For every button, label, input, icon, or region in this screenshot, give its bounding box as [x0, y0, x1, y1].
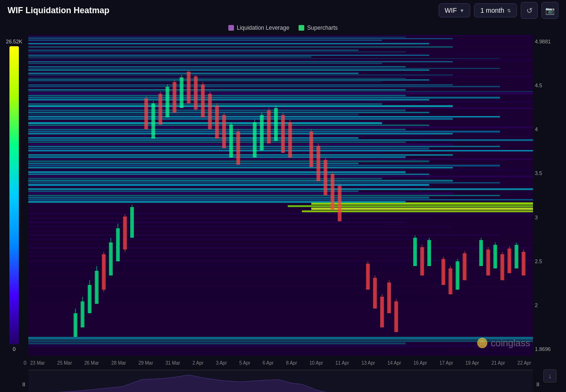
- price-label-4-5: 4.5: [535, 83, 564, 88]
- svg-rect-32: [28, 86, 500, 87]
- svg-rect-137: [28, 345, 533, 347]
- svg-rect-230: [456, 261, 459, 290]
- svg-rect-134: [28, 337, 533, 340]
- svg-rect-57: [28, 137, 358, 139]
- time-selector[interactable]: 1 month ⇅: [474, 3, 517, 17]
- svg-rect-68: [28, 160, 429, 162]
- svg-rect-142: [74, 313, 77, 337]
- x-label-10apr: 10 Apr: [309, 360, 323, 366]
- mini-chart[interactable]: [28, 370, 533, 392]
- legend-dot-supercharts: [299, 25, 304, 31]
- refresh-button[interactable]: ↺: [521, 2, 538, 19]
- svg-rect-204: [324, 160, 327, 195]
- svg-rect-144: [81, 301, 84, 327]
- svg-rect-31: [28, 84, 453, 85]
- svg-rect-190: [260, 115, 264, 150]
- svg-rect-232: [463, 253, 466, 280]
- svg-rect-101: [28, 232, 429, 234]
- svg-rect-140: [28, 352, 533, 356]
- x-label-26mar: 26 Mar: [84, 360, 99, 366]
- svg-rect-17: [28, 61, 453, 62]
- page-header: WIF Liquidation Heatmap WIF ▼ 1 month ⇅ …: [0, 0, 566, 21]
- svg-rect-184: [229, 125, 233, 158]
- svg-rect-73: [288, 205, 533, 207]
- svg-rect-89: [28, 197, 429, 199]
- svg-rect-78: [28, 174, 429, 175]
- svg-rect-194: [274, 108, 278, 141]
- svg-rect-160: [144, 99, 148, 129]
- svg-rect-36: [28, 92, 533, 94]
- heatmap-chart[interactable]: 🪙 coinglass: [28, 35, 533, 356]
- price-label-bottom: 1.8696: [535, 346, 564, 352]
- x-label-17apr: 17 Apr: [440, 360, 453, 366]
- svg-rect-62: [28, 148, 429, 150]
- svg-rect-92: [28, 213, 533, 215]
- svg-rect-212: [373, 278, 377, 309]
- svg-rect-50: [28, 122, 382, 124]
- camera-button[interactable]: 📷: [541, 2, 558, 19]
- svg-rect-35: [28, 91, 533, 92]
- svg-rect-218: [394, 301, 398, 332]
- svg-rect-2: [28, 37, 406, 38]
- svg-rect-154: [116, 228, 120, 261]
- svg-rect-29: [28, 81, 382, 82]
- svg-rect-126: [28, 285, 406, 286]
- x-label-25mar: 25 Mar: [57, 360, 72, 366]
- svg-rect-79: [28, 175, 533, 177]
- x-label-6apr: 6 Apr: [263, 360, 274, 366]
- svg-rect-4: [28, 40, 382, 41]
- svg-rect-96: [28, 222, 406, 223]
- asset-selector[interactable]: WIF ▼: [439, 3, 471, 17]
- svg-rect-30: [28, 83, 533, 84]
- price-label-2: 2: [535, 302, 564, 308]
- svg-rect-49: [28, 120, 533, 122]
- svg-rect-41: [28, 103, 382, 105]
- svg-rect-180: [215, 106, 219, 139]
- svg-rect-59: [28, 142, 406, 143]
- svg-rect-106: [28, 243, 358, 244]
- svg-rect-118: [28, 268, 406, 269]
- svg-rect-81: [28, 180, 453, 182]
- scale-top-label: 26.52K: [6, 39, 23, 44]
- svg-rect-228: [449, 268, 452, 294]
- svg-rect-238: [493, 245, 497, 268]
- scroll-to-bottom-button[interactable]: ↓: [543, 369, 557, 383]
- svg-rect-242: [508, 249, 511, 273]
- svg-rect-13: [28, 55, 429, 56]
- svg-rect-64: [28, 152, 382, 154]
- svg-rect-9: [28, 48, 533, 49]
- svg-rect-131: [28, 295, 500, 297]
- svg-rect-103: [28, 236, 453, 238]
- svg-rect-74: [311, 208, 533, 210]
- price-label-3: 3: [535, 215, 564, 220]
- svg-rect-164: [158, 94, 162, 125]
- svg-rect-77: [28, 171, 406, 173]
- x-axis-row: 0 23 Mar 25 Mar 26 Mar 28 Mar 29 Mar 31 …: [0, 356, 566, 370]
- chevron-down-icon: ▼: [460, 8, 465, 13]
- svg-rect-234: [479, 240, 483, 266]
- price-label-3-5: 3.5: [535, 170, 564, 176]
- svg-rect-28: [28, 79, 429, 81]
- legend-dot-liquidation: [228, 25, 234, 31]
- svg-rect-16: [28, 59, 533, 61]
- svg-rect-108: [28, 247, 533, 249]
- svg-rect-216: [387, 283, 391, 313]
- time-value: 1 month: [480, 7, 504, 14]
- x-label-23mar: 23 Mar: [30, 360, 45, 366]
- svg-rect-119: [28, 270, 453, 272]
- svg-rect-90: [28, 199, 533, 200]
- svg-rect-15: [28, 58, 500, 59]
- svg-rect-86: [28, 191, 358, 192]
- asset-value: WIF: [445, 7, 457, 14]
- svg-rect-146: [88, 285, 92, 313]
- mini-pause-right-button[interactable]: ⏸: [535, 381, 541, 388]
- x-label-22apr: 22 Apr: [517, 360, 531, 366]
- svg-rect-220: [413, 238, 417, 266]
- svg-rect-224: [427, 240, 431, 266]
- mini-chart-left: ⏸: [0, 370, 28, 392]
- svg-rect-84: [28, 186, 406, 188]
- mini-pause-left-button[interactable]: ⏸: [21, 381, 26, 388]
- x-label-28mar: 28 Mar: [111, 360, 126, 366]
- legend-label-liquidation: Liquidation Leverage: [237, 25, 289, 31]
- svg-rect-156: [123, 217, 127, 250]
